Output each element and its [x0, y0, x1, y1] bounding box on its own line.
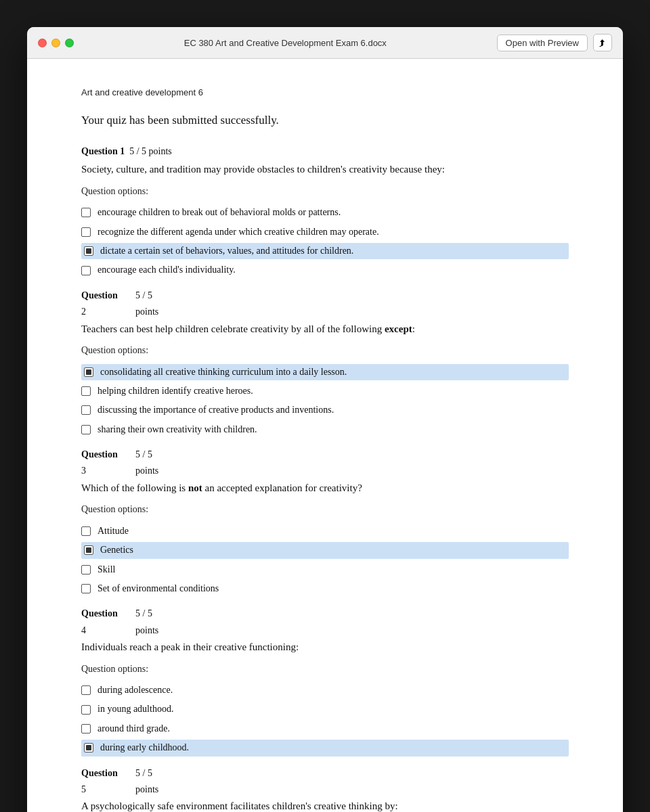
q1-option-3-text: dictate a certain set of behaviors, valu… [100, 244, 353, 258]
question-4-score-row: 4 points [81, 623, 569, 638]
q2-option-3-text: discussing the importance of creative pr… [98, 403, 334, 418]
q2-option-1: consolidating all creative thinking curr… [81, 364, 569, 380]
q4-option-1: during adolescence. [81, 682, 569, 698]
q1-option-2-text: recognize the different agenda under whi… [98, 225, 379, 240]
q2-checkbox-1 [84, 367, 93, 377]
question-4-label: Question [81, 606, 135, 621]
q4-option-2: in young adulthood. [81, 701, 569, 717]
question-5-score-row: 5 points [81, 782, 569, 797]
q4-checkbox-2 [81, 705, 91, 715]
q2-checkbox-2 [81, 386, 91, 396]
question-3-text: Which of the following is not an accepte… [81, 480, 569, 496]
q2-text-bold: except [385, 323, 412, 334]
q2-option-4-text: sharing their own creativity with childr… [98, 422, 257, 437]
q1-option-2: recognize the different agenda under whi… [81, 224, 569, 240]
open-preview-button[interactable]: Open with Preview [497, 35, 588, 51]
question-3-score-row: 3 points [81, 464, 569, 478]
q1-option-3: dictate a certain set of behaviors, valu… [81, 243, 569, 259]
share-button[interactable]: ⮭ [593, 34, 612, 51]
q4-option-2-text: in young adulthood. [98, 702, 173, 717]
question-4-header: Question 5 / 5 [81, 606, 569, 621]
traffic-lights [38, 39, 74, 47]
q3-option-4-text: Set of environmental conditions [98, 581, 219, 596]
q3-checkbox-4 [81, 584, 91, 593]
question-2-num: 2 [81, 304, 135, 319]
window-title: EC 380 Art and Creative Development Exam… [82, 38, 489, 48]
q3-option-2: Genetics [81, 542, 569, 558]
document-header: Art and creative development 6 [81, 86, 569, 100]
q2-option-4: sharing their own creativity with childr… [81, 422, 569, 438]
q3-option-4: Set of environmental conditions [81, 581, 569, 597]
minimize-button[interactable] [51, 39, 60, 47]
q2-option-2: helping children identify creative heroe… [81, 383, 569, 399]
q1-option-1-text: encourage children to break out of behav… [98, 205, 341, 220]
question-2-header: Question 5 / 5 [81, 288, 569, 303]
q2-checkbox-4 [81, 425, 91, 434]
question-5-label: Question [81, 766, 135, 781]
q3-checkbox-3 [81, 565, 91, 574]
question-2-score-top: 5 / 5 [135, 288, 190, 303]
q2-checkbox-3 [81, 405, 91, 415]
q3-checkbox-2 [84, 545, 93, 555]
document-content: Art and creative development 6 Your quiz… [27, 59, 623, 812]
question-3: Question 5 / 5 3 points Which of the fol… [81, 447, 569, 597]
question-2-options: consolidating all creative thinking curr… [81, 364, 569, 438]
document-window: EC 380 Art and Creative Development Exam… [27, 27, 623, 812]
q4-checkbox-4 [84, 743, 93, 752]
q1-option-1: encourage children to break out of behav… [81, 204, 569, 221]
question-4-text: Individuals reach a peak in their creati… [81, 639, 569, 655]
q4-option-4-text: during early childhood. [100, 740, 189, 755]
question-1: Question 1 5 / 5 points Society, culture… [81, 144, 569, 279]
question-5-points: points [135, 782, 190, 797]
q4-checkbox-3 [81, 724, 91, 734]
q2-option-1-text: consolidating all creative thinking curr… [100, 365, 347, 380]
question-5-num: 5 [81, 782, 135, 797]
question-2-score-row: 2 points [81, 304, 569, 319]
question-2-options-label: Question options: [81, 343, 569, 358]
q4-option-3-text: around third grade. [98, 721, 170, 736]
question-3-label: Question [81, 447, 135, 462]
question-3-num: 3 [81, 464, 135, 478]
question-1-label: Question 1 [81, 146, 125, 156]
q2-option-2-text: helping children identify creative heroe… [98, 384, 253, 399]
close-button[interactable] [38, 39, 47, 47]
q2-text-part1: Teachers can best help children celebrat… [81, 323, 385, 334]
question-1-text: Society, culture, and tradition may prov… [81, 162, 569, 177]
q3-text-part2: an accepted explanation for creativity? [202, 482, 362, 493]
q1-checkbox-1 [81, 208, 91, 217]
q1-option-4: encourage each child's individuality. [81, 262, 569, 278]
titlebar-actions: Open with Preview ⮭ [497, 34, 612, 51]
question-5: Question 5 / 5 5 points A psychologicall… [81, 766, 569, 812]
q1-option-4-text: encourage each child's individuality. [98, 263, 236, 277]
q1-checkbox-3 [84, 246, 93, 256]
q4-option-1-text: during adolescence. [98, 683, 173, 698]
question-1-options-label: Question options: [81, 184, 569, 199]
question-5-header: Question 5 / 5 [81, 766, 569, 781]
question-3-header: Question 5 / 5 [81, 447, 569, 462]
question-3-points: points [135, 464, 190, 478]
q4-option-3: around third grade. [81, 721, 569, 737]
question-2-text: Teachers can best help children celebrat… [81, 321, 569, 337]
q1-checkbox-2 [81, 227, 91, 237]
q3-text-bold: not [188, 482, 202, 493]
question-2: Question 5 / 5 2 points Teachers can bes… [81, 288, 569, 438]
q1-checkbox-4 [81, 266, 91, 275]
q4-option-4: during early childhood. [81, 740, 569, 756]
q3-option-1-text: Attitude [98, 524, 129, 539]
share-icon: ⮭ [598, 37, 607, 48]
question-5-score-top: 5 / 5 [135, 766, 190, 781]
q2-text-part2: : [412, 323, 415, 334]
q3-option-3: Skill [81, 562, 569, 578]
question-3-options-label: Question options: [81, 502, 569, 517]
q3-option-2-text: Genetics [100, 543, 133, 558]
question-3-options: Attitude Genetics Skill Set of environme… [81, 523, 569, 597]
titlebar: EC 380 Art and Creative Development Exam… [27, 27, 623, 59]
question-4-num: 4 [81, 623, 135, 638]
question-1-score: 5 / 5 points [129, 146, 172, 156]
q3-option-1: Attitude [81, 523, 569, 539]
question-1-options: encourage children to break out of behav… [81, 204, 569, 279]
question-4-points: points [135, 623, 190, 638]
maximize-button[interactable] [65, 39, 74, 47]
question-4-score-top: 5 / 5 [135, 606, 190, 621]
submitted-message: Your quiz has been submitted successfull… [81, 111, 569, 129]
